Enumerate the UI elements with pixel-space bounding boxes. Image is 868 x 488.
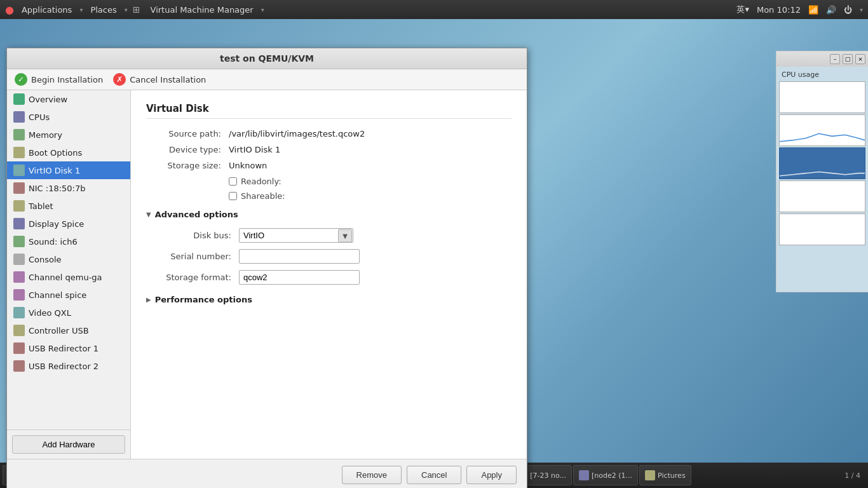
applications-menu[interactable]: Applications (17, 4, 77, 16)
source-path-label: Source path: (146, 129, 229, 139)
shareable-label[interactable]: Shareable: (229, 191, 285, 201)
monitor-close-btn[interactable]: × (855, 54, 865, 64)
sidebar-list: Overview CPUs Memory Boot Options (7, 90, 130, 430)
section-title: Virtual Disk (146, 103, 512, 119)
sidebar: Overview CPUs Memory Boot Options (7, 90, 131, 459)
readonly-checkbox[interactable] (229, 177, 237, 186)
shareable-row: Shareable: (146, 191, 512, 201)
taskbar-item-pictures[interactable]: Pictures (639, 465, 691, 485)
monitor-minimize-btn[interactable]: – (830, 54, 840, 64)
sidebar-item-display-spice[interactable]: Display Spice (7, 215, 130, 233)
cpu-icon (13, 111, 25, 123)
channel-spice-icon (13, 289, 25, 301)
device-type-label: Device type: (146, 145, 229, 154)
app-icon: ● (5, 4, 14, 16)
begin-install-label: Begin Installation (31, 75, 103, 85)
tablet-icon (13, 200, 25, 212)
sidebar-item-video-qxl[interactable]: Video QXL (7, 304, 130, 322)
disk-bus-row: Disk bus: VirtIO IDE SCSI USB SATA ▼ (156, 228, 512, 243)
monitor-maximize-btn[interactable]: □ (843, 54, 853, 64)
sidebar-item-boot[interactable]: Boot Options (7, 144, 130, 161)
usb1-icon (13, 342, 25, 354)
cancel-btn[interactable]: Cancel (407, 466, 461, 484)
sidebar-item-memory[interactable]: Memory (7, 126, 130, 144)
performance-options-arrow: ▶ (146, 296, 151, 303)
sidebar-item-nic[interactable]: NIC :18:50:7b (7, 179, 130, 197)
clock: Mon 10:12 (757, 5, 801, 15)
sidebar-item-controller-usb[interactable]: Controller USB (7, 322, 130, 339)
remove-btn[interactable]: Remove (342, 466, 402, 484)
sidebar-label-tablet: Tablet (29, 201, 53, 211)
disk-bus-select[interactable]: VirtIO IDE SCSI USB SATA (239, 228, 353, 243)
sidebar-item-channel-qemu[interactable]: Channel qemu-ga (7, 268, 130, 286)
sidebar-item-usb-redirect-1[interactable]: USB Redirector 1 (7, 339, 130, 357)
taskbar-page-indicator: 1 / 4 (844, 471, 865, 480)
video-icon (13, 307, 25, 318)
sidebar-item-usb-redirect-2[interactable]: USB Redirector 2 (7, 357, 130, 375)
node2-icon (579, 470, 589, 480)
storage-format-input[interactable] (239, 270, 360, 285)
serial-number-label: Serial number: (156, 252, 239, 261)
power-icon[interactable]: ⏻ (844, 5, 852, 15)
vm-dialog: test on QEMU/KVM ✓ Begin Installation ✗ … (6, 48, 527, 488)
advanced-options-header[interactable]: ▼ Advanced options (146, 206, 512, 223)
sidebar-item-cpus[interactable]: CPUs (7, 108, 130, 126)
sidebar-label-sound: Sound: ich6 (29, 237, 78, 247)
wifi-icon: 📶 (808, 5, 818, 15)
boot-icon (13, 147, 25, 158)
monitor-graph-4 (779, 180, 865, 212)
dialog-footer: Remove Cancel Apply (7, 459, 527, 488)
sidebar-label-nic: NIC :18:50:7b (29, 184, 86, 193)
apply-btn[interactable]: Apply (466, 466, 517, 484)
sidebar-item-overview[interactable]: Overview (7, 90, 130, 108)
sidebar-label-video-qxl: Video QXL (29, 308, 71, 318)
pictures-icon (645, 470, 655, 480)
begin-install-btn[interactable]: ✓ Begin Installation (15, 73, 103, 86)
display-icon (13, 218, 25, 229)
taskbar-label-node2: [node2 (1... (592, 471, 632, 480)
monitor-graph-3 (779, 147, 865, 179)
sidebar-item-virtio-disk[interactable]: VirtIO Disk 1 (7, 161, 130, 179)
shareable-checkbox[interactable] (229, 192, 237, 200)
add-hardware-btn[interactable]: Add Hardware (12, 435, 125, 454)
monitor-graph-5 (779, 214, 865, 245)
cancel-install-btn[interactable]: ✗ Cancel Installation (113, 73, 206, 86)
sidebar-item-sound[interactable]: Sound: ich6 (7, 233, 130, 250)
sidebar-label-cpus: CPUs (29, 112, 50, 122)
usb2-icon (13, 360, 25, 372)
advanced-options-arrow: ▼ (146, 211, 151, 218)
memory-icon (13, 129, 25, 140)
storage-size-label: Storage size: (146, 161, 229, 170)
readonly-label[interactable]: Readonly: (229, 177, 281, 186)
sidebar-item-tablet[interactable]: Tablet (7, 197, 130, 215)
dialog-toolbar: ✓ Begin Installation ✗ Cancel Installati… (7, 69, 527, 90)
sidebar-label-channel-qemu: Channel qemu-ga (29, 273, 102, 282)
serial-number-input[interactable] (239, 249, 360, 264)
taskbar-item-node2[interactable]: [node2 (1... (573, 465, 638, 485)
controller-icon (13, 325, 25, 336)
lang-indicator[interactable]: 英▾ (736, 4, 749, 15)
monitor-graph-2 (779, 114, 865, 146)
taskbar-label-node7: [7-23 no... (530, 471, 566, 480)
sidebar-label-channel-spice: Channel spice (29, 290, 86, 300)
console-icon (13, 254, 25, 265)
sidebar-label-usb-redirect-1: USB Redirector 1 (29, 344, 98, 353)
sidebar-item-channel-spice[interactable]: Channel spice (7, 286, 130, 304)
shareable-label-text: Shareable: (241, 191, 285, 201)
sound-icon: 🔊 (826, 5, 836, 15)
serial-number-row: Serial number: (156, 249, 512, 264)
cancel-install-icon: ✗ (113, 73, 126, 86)
topbar: ● Applications ▾ Places ▾ ⊞ Virtual Mach… (0, 0, 868, 19)
performance-options-header[interactable]: ▶ Performance options (146, 291, 512, 308)
storage-size-row: Storage size: Unknown (146, 161, 512, 170)
overview-icon (13, 93, 25, 105)
source-path-value: /var/lib/libvirt/images/test.qcow2 (229, 129, 365, 139)
places-menu[interactable]: Places (85, 4, 121, 16)
virt-manager-menu[interactable]: Virtual Machine Manager (146, 4, 259, 16)
taskbar-label-pictures: Pictures (658, 471, 686, 480)
add-hardware-area: Add Hardware (7, 430, 130, 459)
storage-format-label: Storage format: (156, 273, 239, 282)
sidebar-item-console[interactable]: Console (7, 250, 130, 268)
sound-icon (13, 236, 25, 247)
readonly-label-text: Readonly: (241, 177, 281, 186)
